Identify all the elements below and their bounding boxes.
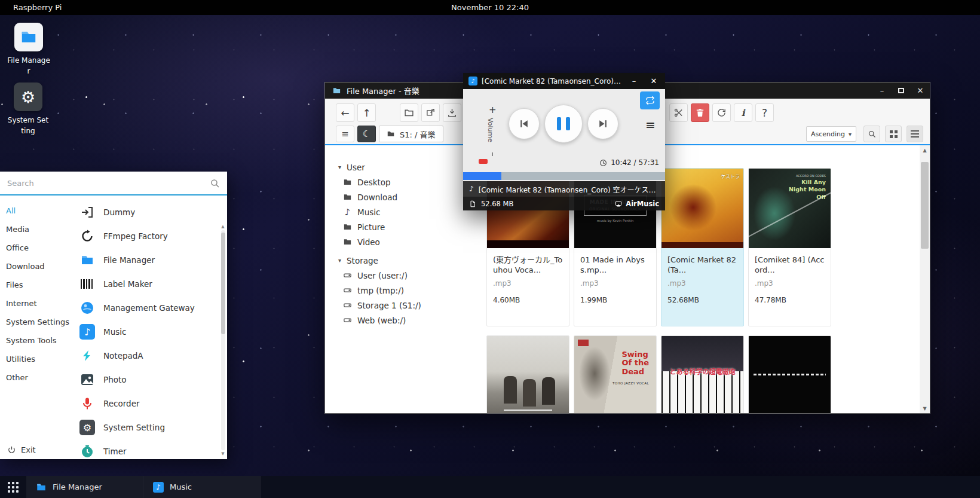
maximize-button[interactable] bbox=[892, 83, 911, 99]
hamburger-icon: ≡ bbox=[341, 129, 349, 139]
tree-item-video[interactable]: Video bbox=[325, 234, 468, 249]
player-menu-button[interactable]: ≡ bbox=[645, 119, 656, 131]
file-manager-app-icon bbox=[14, 23, 43, 51]
category-files[interactable]: Files bbox=[0, 276, 71, 294]
app-label: NotepadA bbox=[103, 351, 143, 360]
refresh-button[interactable] bbox=[712, 103, 731, 122]
launcher-app-management-gateway[interactable]: Management Gateway bbox=[79, 296, 227, 320]
tree-item-download[interactable]: Download bbox=[325, 190, 468, 204]
tree-item-music[interactable]: ♪ Music bbox=[325, 204, 468, 219]
taskbar-item-file-manager[interactable]: File Manager bbox=[26, 476, 143, 498]
next-track-button[interactable] bbox=[587, 108, 618, 139]
menu-button[interactable]: ≡ bbox=[336, 126, 354, 142]
new-folder-button[interactable] bbox=[400, 103, 418, 122]
exit-button[interactable]: Exit bbox=[7, 445, 36, 454]
launcher-app-recorder[interactable]: Recorder bbox=[79, 392, 227, 415]
launcher-app-ffmpeg-factory[interactable]: FFmpeg Factory bbox=[79, 224, 227, 248]
scrollbar-thumb[interactable] bbox=[921, 162, 929, 249]
category-office[interactable]: Office bbox=[0, 239, 71, 257]
category-all[interactable]: All bbox=[0, 201, 71, 220]
open-external-button[interactable] bbox=[421, 103, 440, 122]
back-button[interactable]: ← bbox=[336, 103, 354, 122]
content-scrollbar[interactable]: ▲ ▼ bbox=[920, 145, 930, 413]
delete-button[interactable] bbox=[691, 103, 709, 122]
category-download[interactable]: Download bbox=[0, 257, 71, 276]
minimize-button[interactable]: – bbox=[626, 77, 642, 85]
scroll-down-icon[interactable]: ▼ bbox=[221, 451, 224, 456]
taskbar-item-music[interactable]: ♪ Music bbox=[143, 476, 261, 498]
tree-item-storage1-drive[interactable]: Storage 1 (S1:/) bbox=[325, 298, 468, 313]
minimize-icon: – bbox=[632, 77, 636, 85]
tree-section-user[interactable]: ▾ User bbox=[325, 160, 468, 175]
file-card[interactable]: ACCORD ON CODES Kill Any Night Moon Off … bbox=[748, 168, 831, 326]
minimize-icon: – bbox=[880, 86, 884, 95]
tree-item-tmp-drive[interactable]: tmp (tmp:/) bbox=[325, 283, 468, 298]
launcher-app-timer[interactable]: Timer bbox=[79, 439, 227, 459]
app-launcher-button[interactable] bbox=[0, 482, 26, 493]
scrollbar-thumb[interactable] bbox=[221, 233, 225, 334]
launcher-app-photo[interactable]: Photo bbox=[79, 368, 227, 392]
scrollbar-track[interactable] bbox=[921, 155, 929, 404]
exit-label: Exit bbox=[21, 445, 36, 454]
tree-item-web-drive[interactable]: Web (web:/) bbox=[325, 313, 468, 328]
tree-item-user-drive[interactable]: User (user:/) bbox=[325, 268, 468, 283]
close-button[interactable]: ✕ bbox=[646, 77, 662, 85]
close-button[interactable]: ✕ bbox=[911, 83, 930, 99]
previous-track-button[interactable] bbox=[509, 108, 540, 139]
apps-grid-icon bbox=[8, 482, 19, 493]
search-button[interactable] bbox=[863, 126, 880, 142]
file-card[interactable]: とある科学の超電磁砲 bbox=[661, 335, 744, 413]
category-media[interactable]: Media bbox=[0, 220, 71, 239]
repeat-mode-button[interactable] bbox=[640, 91, 660, 109]
audio-output-label: AirMusic bbox=[626, 200, 659, 208]
sort-order-dropdown[interactable]: Ascending ▾ bbox=[806, 126, 856, 142]
info-button[interactable]: i bbox=[734, 103, 752, 122]
pause-button[interactable] bbox=[544, 105, 583, 143]
launcher-app-file-manager[interactable]: File Manager bbox=[79, 248, 227, 272]
category-system-settings[interactable]: System Settings bbox=[0, 313, 71, 331]
breadcrumb[interactable]: S1: / 音樂 bbox=[379, 126, 443, 142]
progress-bar[interactable] bbox=[463, 172, 665, 180]
music-note-icon: ♪ bbox=[343, 207, 352, 218]
taskbar-item-label: Music bbox=[170, 482, 192, 491]
file-card[interactable] bbox=[486, 335, 569, 413]
tree-section-storage[interactable]: ▾ Storage bbox=[325, 253, 468, 268]
file-card[interactable] bbox=[748, 335, 831, 413]
scrollbar-track[interactable] bbox=[221, 230, 225, 450]
file-meta: (東方ヴォーカル_Touhou Voca... .mp3 4.60MB bbox=[487, 248, 569, 304]
list-view-button[interactable] bbox=[906, 126, 923, 142]
playback-time: 10:42 / 57:31 bbox=[599, 158, 659, 167]
category-other[interactable]: Other bbox=[0, 368, 71, 387]
scroll-down-icon[interactable]: ▼ bbox=[923, 404, 926, 413]
launcher-app-notepada[interactable]: NotepadA bbox=[79, 344, 227, 368]
launcher-app-dummy[interactable]: Dummy bbox=[79, 200, 227, 224]
app-label: Timer bbox=[103, 447, 127, 456]
category-internet[interactable]: Internet bbox=[0, 294, 71, 313]
up-button[interactable]: ↑ bbox=[357, 103, 376, 122]
launcher-app-label-maker[interactable]: Label Maker bbox=[79, 272, 227, 296]
scroll-up-icon[interactable]: ▲ bbox=[221, 224, 224, 229]
taskbar-item-label: File Manager bbox=[53, 482, 102, 491]
desktop-icon-file-manager[interactable]: File Manager bbox=[6, 23, 51, 77]
category-system-tools[interactable]: System Tools bbox=[0, 331, 71, 350]
download-button[interactable] bbox=[443, 103, 461, 122]
launcher-scrollbar[interactable]: ▲ ▼ bbox=[220, 224, 226, 456]
category-utilities[interactable]: Utilities bbox=[0, 350, 71, 368]
grid-view-button[interactable] bbox=[885, 126, 902, 142]
file-card-selected[interactable]: ケストラ [Comic Market 82 (Ta... .mp3 52.68M… bbox=[661, 168, 744, 326]
cut-button[interactable] bbox=[669, 103, 688, 122]
help-button[interactable]: ? bbox=[755, 103, 774, 122]
launcher-app-system-setting[interactable]: ⚙ System Setting bbox=[79, 415, 227, 439]
dark-mode-toggle[interactable]: ☾ bbox=[357, 126, 376, 142]
volume-slider-handle[interactable] bbox=[479, 159, 488, 164]
minimize-button[interactable]: – bbox=[872, 83, 892, 99]
search-input[interactable] bbox=[0, 179, 227, 188]
file-card[interactable]: Swing Of the Dead TOHO JAZZY VOCAL bbox=[574, 335, 657, 413]
launcher-app-music[interactable]: ♪ Music bbox=[79, 320, 227, 344]
scroll-up-icon[interactable]: ▲ bbox=[923, 145, 926, 155]
music-player-titlebar[interactable]: ♪ [Comic Market 82 (Tamaonsen_Coro) ... … bbox=[463, 73, 665, 89]
tree-item-picture[interactable]: Picture bbox=[325, 219, 468, 234]
desktop-icon-system-setting[interactable]: ⚙ System Setting bbox=[5, 83, 51, 136]
audio-output[interactable]: AirMusic bbox=[615, 200, 659, 208]
tree-item-desktop[interactable]: Desktop bbox=[325, 175, 468, 190]
